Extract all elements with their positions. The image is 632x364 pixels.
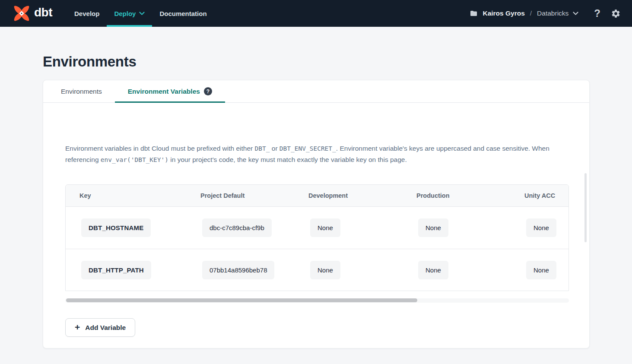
chevron-down-icon — [139, 12, 145, 15]
tab-panel-environment-variables: Environment variables in dbt Cloud must … — [43, 143, 589, 337]
table-row: DBT_HOSTNAME dbc-c7c89cba-cf9b None None… — [66, 207, 568, 249]
column-header-development: Development — [295, 192, 403, 199]
variable-key-pill[interactable]: DBT_HOSTNAME — [81, 218, 151, 237]
chevron-down-icon — [573, 12, 578, 15]
table-row: DBT_HTTP_PATH 07bb14a8596beb78 None None… — [66, 249, 568, 291]
variable-key-pill[interactable]: DBT_HTTP_PATH — [81, 261, 151, 279]
brand[interactable]: dbt — [12, 4, 52, 23]
navbar-right: Kairos Gyros / Databricks ? — [469, 8, 621, 19]
development-value-pill[interactable]: None — [310, 261, 340, 279]
env-var-table: Key Project Default Development Producti… — [65, 184, 569, 291]
column-header-project-default: Project Default — [187, 192, 295, 199]
dbt-logo-icon — [12, 4, 31, 23]
plus-icon: + — [75, 323, 80, 332]
column-header-key: Key — [66, 192, 187, 199]
project-default-value-pill[interactable]: dbc-c7c89cba-cf9b — [202, 218, 272, 237]
description-text: in your project's code, the key must mat… — [168, 156, 407, 163]
inline-code: env_var('DBT_KEY') — [101, 156, 168, 163]
tab-environments[interactable]: Environments — [48, 80, 115, 102]
horizontal-scrollbar[interactable] — [65, 298, 569, 303]
tab-label: Environment Variables — [128, 88, 200, 95]
nav-item-develop[interactable]: Develop — [67, 0, 107, 27]
page-title: Environments — [43, 54, 632, 70]
inline-code: DBT_ENV_SECRET_ — [279, 145, 336, 152]
account-deployment-name: Databricks — [537, 9, 568, 17]
gear-icon[interactable] — [611, 9, 621, 19]
inline-code: DBT_ — [255, 145, 270, 152]
add-variable-button[interactable]: + Add Variable — [65, 318, 135, 337]
vertical-scrollbar-thumb[interactable] — [584, 173, 587, 242]
unity-acc-value-pill[interactable]: None — [526, 261, 556, 279]
description-text: or — [270, 145, 279, 152]
production-value-pill[interactable]: None — [418, 218, 448, 237]
tab-environment-variables[interactable]: Environment Variables ? — [115, 80, 225, 102]
development-value-pill[interactable]: None — [310, 218, 340, 237]
breadcrumb-separator: / — [529, 9, 533, 17]
horizontal-scrollbar-thumb[interactable] — [66, 298, 417, 302]
table-header-row: Key Project Default Development Producti… — [66, 185, 568, 207]
add-variable-label: Add Variable — [85, 324, 126, 332]
nav-item-deploy[interactable]: Deploy — [107, 0, 152, 27]
main-nav: Develop Deploy Documentation — [67, 0, 214, 27]
account-project-name: Kairos Gyros — [483, 9, 524, 17]
column-header-production: Production — [403, 192, 511, 199]
unity-acc-value-pill[interactable]: None — [526, 218, 556, 237]
description-text: Environment variables in dbt Cloud must … — [65, 145, 255, 152]
tab-bar: Environments Environment Variables ? — [43, 80, 589, 103]
help-circle-icon[interactable]: ? — [204, 87, 212, 95]
help-icon[interactable]: ? — [594, 8, 600, 19]
column-header-unity-acc: Unity ACC — [511, 192, 568, 199]
nav-item-label: Documentation — [159, 10, 206, 17]
tab-label: Environments — [61, 88, 102, 95]
production-value-pill[interactable]: None — [418, 261, 448, 279]
folder-icon — [469, 9, 478, 17]
nav-item-label: Develop — [74, 10, 99, 17]
env-var-description: Environment variables in dbt Cloud must … — [65, 143, 568, 165]
top-navbar: dbt Develop Deploy Documentation Kairos … — [0, 0, 632, 27]
nav-item-label: Deploy — [114, 10, 136, 17]
environments-card: Environments Environment Variables ? Env… — [43, 80, 590, 348]
nav-item-documentation[interactable]: Documentation — [152, 0, 214, 27]
brand-wordmark: dbt — [34, 6, 52, 20]
project-default-value-pill[interactable]: 07bb14a8596beb78 — [202, 261, 274, 279]
project-switcher[interactable]: Kairos Gyros / Databricks — [469, 9, 578, 17]
